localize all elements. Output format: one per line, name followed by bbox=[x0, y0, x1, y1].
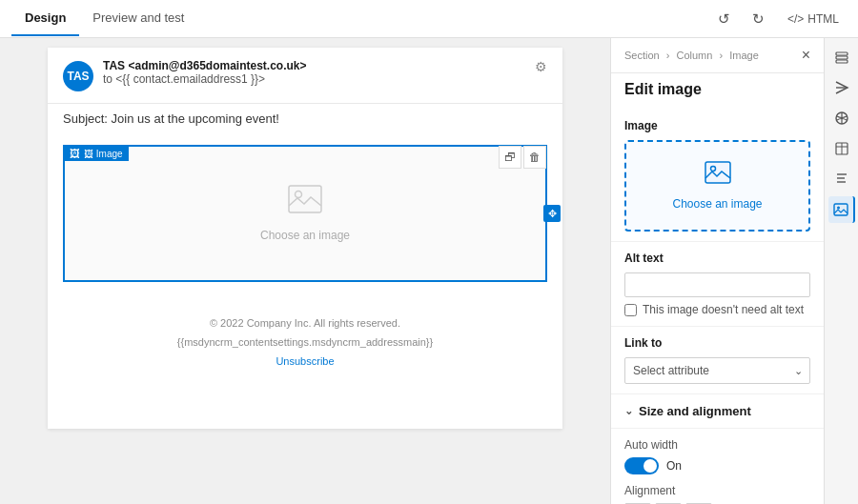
icon-bar bbox=[824, 38, 858, 504]
image-section-label: Image bbox=[624, 119, 810, 132]
canvas-area: TAS TAS <admin@d365domaintest.co.uk> to … bbox=[0, 38, 610, 504]
email-header: TAS TAS <admin@d365domaintest.co.uk> to … bbox=[48, 48, 562, 104]
redo-button[interactable]: ↻ bbox=[746, 6, 772, 32]
footer-copyright: © 2022 Company Inc. All rights reserved. bbox=[63, 314, 547, 333]
image-upload-area[interactable]: Choose an image bbox=[624, 140, 810, 232]
upload-image-icon bbox=[705, 161, 731, 190]
alt-text-checkbox-row: This image doesn't need alt text bbox=[624, 303, 810, 316]
email-body: 🖼 🖼 Image 🗗 🗑 bbox=[48, 135, 562, 303]
panel-header: Section › Column › Image × bbox=[611, 38, 824, 73]
auto-width-toggle[interactable] bbox=[624, 457, 659, 474]
image-block-label: 🖼 🖼 Image bbox=[64, 146, 129, 161]
choose-image-text: Choose an image bbox=[260, 229, 350, 242]
alignment-label: Alignment bbox=[624, 484, 810, 497]
topbar: Design Preview and test ↺ ↻ </> HTML bbox=[0, 0, 858, 38]
layers-icon-button[interactable] bbox=[828, 44, 855, 71]
tab-preview[interactable]: Preview and test bbox=[79, 1, 197, 36]
link-to-select-wrapper: Select attribute ⌄ bbox=[624, 357, 810, 384]
link-to-section: Link to Select attribute ⌄ bbox=[611, 327, 824, 394]
table-icon-button[interactable] bbox=[828, 135, 855, 162]
auto-width-toggle-row: On bbox=[624, 457, 810, 474]
svg-rect-0 bbox=[289, 186, 321, 212]
alt-text-checkbox-label: This image doesn't need alt text bbox=[643, 303, 804, 316]
undo-button[interactable]: ↺ bbox=[711, 6, 738, 32]
avatar: TAS bbox=[63, 61, 93, 91]
image-block-actions: 🗗 🗑 bbox=[499, 146, 546, 169]
main-area: TAS TAS <admin@d365domaintest.co.uk> to … bbox=[0, 38, 858, 504]
send-icon-button[interactable] bbox=[828, 74, 855, 101]
collapse-icon: ⌄ bbox=[624, 405, 633, 417]
html-code-icon: </> bbox=[787, 12, 804, 26]
alt-text-section: Alt text This image doesn't need alt tex… bbox=[611, 242, 824, 327]
panel-title: Edit image bbox=[611, 73, 824, 110]
toggle-slider bbox=[624, 457, 659, 474]
email-from: TAS <admin@d365domaintest.co.uk> bbox=[103, 59, 525, 72]
placeholder-image-icon bbox=[288, 185, 322, 221]
footer-address: {{msdyncrm_contentsettings.msdyncrm_addr… bbox=[63, 333, 547, 353]
panel-content: Section › Column › Image × Edit image Im… bbox=[611, 38, 824, 504]
image-icon: 🖼 bbox=[70, 148, 80, 159]
svg-point-26 bbox=[837, 207, 840, 210]
alt-text-label: Alt text bbox=[624, 252, 810, 265]
email-footer: © 2022 Company Inc. All rights reserved.… bbox=[48, 303, 562, 382]
size-alignment-section-header[interactable]: ⌄ Size and alignment bbox=[611, 394, 824, 429]
personalize-icon-button[interactable] bbox=[828, 105, 855, 131]
size-alignment-content: Auto width On Alignment bbox=[611, 429, 824, 504]
svg-rect-2 bbox=[705, 162, 730, 183]
email-subject: Subject: Join us at the upcoming event! bbox=[48, 104, 562, 135]
email-to: to <{{ contact.emailaddress1 }}> bbox=[103, 72, 525, 86]
choose-image-label: Choose an image bbox=[672, 197, 762, 211]
breadcrumb: Section › Column › Image bbox=[624, 50, 759, 61]
delete-block-button[interactable]: 🗑 bbox=[523, 146, 546, 169]
auto-width-label: Auto width bbox=[624, 438, 810, 452]
right-panel: Section › Column › Image × Edit image Im… bbox=[610, 38, 858, 504]
alt-text-input[interactable] bbox=[624, 272, 810, 297]
topbar-actions: ↺ ↻ </> HTML bbox=[711, 6, 847, 32]
svg-rect-25 bbox=[834, 204, 848, 215]
text-icon-button[interactable] bbox=[828, 166, 855, 192]
image-section: Image Choose an image bbox=[611, 110, 824, 242]
html-button[interactable]: </> HTML bbox=[780, 9, 847, 30]
panel-close-button[interactable]: × bbox=[802, 48, 810, 63]
unsubscribe-link[interactable]: Unsubscribe bbox=[276, 355, 334, 367]
tab-design[interactable]: Design bbox=[11, 1, 79, 36]
size-alignment-label: Size and alignment bbox=[639, 404, 751, 418]
link-to-select[interactable]: Select attribute bbox=[624, 357, 810, 384]
settings-button[interactable]: ⚙ bbox=[535, 59, 547, 74]
svg-rect-13 bbox=[836, 52, 848, 55]
email-container: TAS TAS <admin@d365domaintest.co.uk> to … bbox=[48, 48, 562, 429]
svg-rect-15 bbox=[836, 60, 848, 63]
alt-text-not-needed-checkbox[interactable] bbox=[624, 304, 637, 316]
auto-width-value: On bbox=[666, 459, 682, 473]
image-placeholder[interactable]: Choose an image bbox=[65, 147, 545, 280]
link-to-label: Link to bbox=[624, 336, 810, 350]
svg-rect-14 bbox=[836, 56, 848, 59]
duplicate-block-button[interactable]: 🗗 bbox=[499, 146, 521, 169]
image-icon-button[interactable] bbox=[828, 196, 855, 223]
email-meta: TAS <admin@d365domaintest.co.uk> to <{{ … bbox=[103, 59, 525, 86]
image-block[interactable]: 🖼 🖼 Image 🗗 🗑 bbox=[63, 145, 547, 282]
move-handle[interactable]: ✥ bbox=[543, 205, 561, 222]
